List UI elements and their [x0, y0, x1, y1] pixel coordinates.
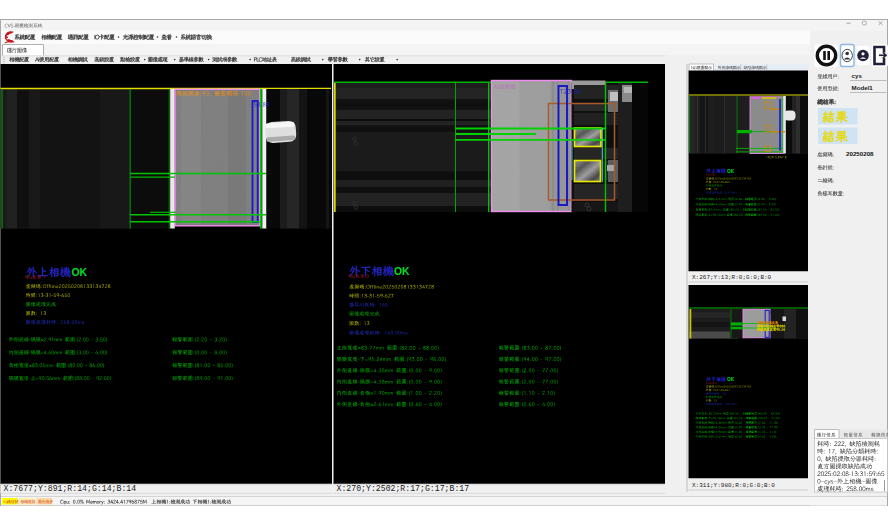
svg-text:cys: cys [852, 72, 863, 79]
svg-text:X:311;Y:980;R:0;G:0;B:0: X:311;Y:980;R:0;G:0;B:0 [692, 482, 775, 489]
svg-text:OK: OK [727, 169, 735, 174]
svg-text:OK: OK [72, 267, 88, 278]
svg-text:Model1: Model1 [852, 84, 874, 91]
svg-text:20250208: 20250208 [846, 150, 874, 157]
svg-text:OK: OK [727, 377, 735, 382]
svg-text:OK: OK [394, 266, 410, 277]
svg-text:X:270;Y:2502;R:17;G:17;B:17: X:270;Y:2502;R:17;G:17;B:17 [337, 484, 470, 493]
svg-text:X:267;Y:13;R:0;G:0;B:0: X:267;Y:13;R:0;G:0;B:0 [692, 274, 772, 281]
svg-text:X:7677;Y:891;R:14;G:14;B:14: X:7677;Y:891;R:14;G:14;B:14 [4, 484, 137, 493]
